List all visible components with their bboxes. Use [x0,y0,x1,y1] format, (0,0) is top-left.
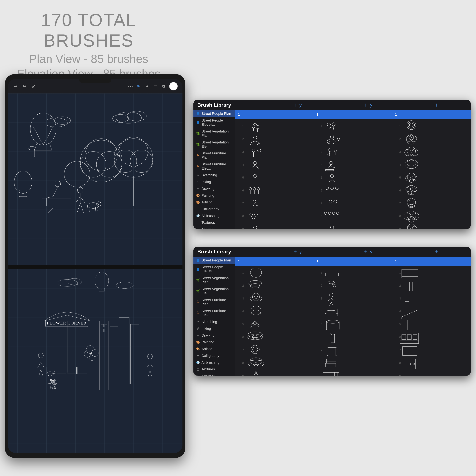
category-sketching[interactable]: ✏ Sketching [193,172,235,179]
category-b-street-people-elev[interactable]: 👤 Street People Elevati... [193,264,235,275]
category-b-drawing[interactable]: ✏ Drawing [193,332,235,339]
svg-point-222 [405,160,418,169]
svg-text:7: 7 [321,202,322,205]
add-button-3[interactable]: + [435,102,438,108]
cat-icon-b-air: 💨 [196,361,200,364]
svg-line-275 [255,321,258,324]
cat-label-b-veg-elev: Street Vegetation Ele... [202,287,233,295]
redo-icon[interactable]: ↪ [22,83,27,89]
svg-point-191 [324,212,327,215]
svg-point-242 [412,213,419,220]
category-textures[interactable]: ◫ Textures [193,219,235,226]
brush-column-1-top: 1 1 2 [235,110,314,229]
cat-icon-abs: ◈ [196,227,200,229]
add-button-2[interactable]: + [364,102,367,108]
add-button-1[interactable]: + [293,102,297,108]
brush-column-3-top: 1 1 2 [392,110,471,229]
category-b-furniture-plan[interactable]: 🪑 Street Furniture Plan... [193,297,235,307]
svg-text:6: 6 [242,189,244,192]
svg-point-99 [252,125,255,128]
category-drawing[interactable]: ✏ Drawing [193,185,235,192]
svg-text:6: 6 [399,189,401,192]
ipad-screen: ↩ ↪ ⤢ ••• ✏ ✦ ◻ ⧉ [8,79,183,453]
svg-point-153 [332,123,335,126]
cat-label-b-painting: Painting [202,340,233,344]
svg-point-180 [326,187,329,190]
ctrl-label-y-b2[interactable]: y [370,249,372,254]
category-calligraphy[interactable]: ✒ Calligraphy [193,206,235,212]
more-options-icon[interactable]: ••• [128,84,133,88]
color-picker[interactable] [169,82,178,90]
ctrl-label-y-1[interactable]: y [300,102,302,108]
cat-label-street-people-plan: Street People Plan [202,112,233,116]
category-furniture-plan[interactable]: 🪑 Street Furniture Plan... [193,150,235,161]
smudge-tool-icon[interactable]: ✦ [144,83,150,89]
transform-icon[interactable]: ⤢ [31,83,36,89]
category-painting[interactable]: 🎨 Painting [193,192,235,199]
brush-library-panel-top: Brush Library + y + y + 👤 [193,100,471,229]
svg-text:2: 2 [242,284,244,287]
cat-label-b-veg-plan: Street Vegetation Plan... [202,276,233,284]
svg-point-182 [335,187,338,190]
cat-icon-b-veg-elev: 🌿 [196,289,200,293]
svg-text:9: 9 [399,374,401,375]
add-button-b1[interactable]: + [293,248,297,255]
brush-col-header-3-top: 1 [392,110,471,119]
svg-point-257 [249,280,262,286]
cat-label-b-drawing: Drawing [202,333,233,338]
category-b-vegetation-plan[interactable]: 🌿 Street Vegetation Plan... [193,275,235,286]
svg-line-132 [254,205,257,206]
category-street-people-plan[interactable]: 👤 Street People Plan [193,110,235,117]
svg-text:7: 7 [399,348,401,352]
svg-text:4: 4 [321,310,322,313]
ipad-screen-bezel: ↩ ↪ ⤢ ••• ✏ ✦ ◻ ⧉ [8,79,183,453]
svg-rect-380 [413,335,417,340]
eraser-tool-icon[interactable]: ◻ [153,83,158,89]
category-b-airbrushing[interactable]: 💨 Airbrushing [193,359,235,366]
svg-point-246 [406,226,410,229]
svg-text:5: 5 [321,323,322,326]
category-b-furniture-elev[interactable]: 🪑 Street Furniture Elev... [193,307,235,319]
svg-text:3: 3 [321,297,322,300]
toolbar-center: ••• ✏ ✦ ◻ ⧉ [128,82,178,90]
category-b-inking[interactable]: 🖊 Inking [193,325,235,332]
category-artistic[interactable]: 🎨 Artistic [193,199,235,206]
category-b-abstract[interactable]: ◈ Abstract [193,373,235,375]
category-b-sketching[interactable]: ✏ Sketching [193,319,235,325]
svg-point-110 [252,149,255,152]
category-b-painting[interactable]: 🎨 Painting [193,339,235,346]
add-button-b2[interactable]: + [364,248,367,255]
category-airbrushing[interactable]: 💨 Airbrushing [193,212,235,219]
layers-icon[interactable]: ⧉ [161,83,167,89]
category-b-artistic[interactable]: 🎨 Artistic [193,346,235,352]
category-b-vegetation-elev[interactable]: 🌿 Street Vegetation Ele... [193,286,235,297]
category-furniture-elev[interactable]: 🪑 Street Furniture Elev... [193,161,235,172]
cat-label-sketching: Sketching [202,173,233,177]
category-b-textures[interactable]: ◫ Textures [193,366,235,373]
svg-point-247 [412,226,417,229]
category-abstract[interactable]: ◈ Abstract [193,226,235,229]
ctrl-label-y-2[interactable]: y [370,102,372,108]
category-vegetation-plan[interactable]: 🌿 Street Vegetation Plan... [193,128,235,139]
svg-line-107 [250,142,252,145]
category-vegetation-elev[interactable]: 🌿 Street Vegetation Ele... [193,139,235,150]
category-b-calligraphy[interactable]: ✒ Calligraphy [193,352,235,359]
brush-library-title-bottom: Brush Library [197,249,265,255]
category-street-people-elev[interactable]: 👤 Street People Elevati... [193,117,235,128]
category-b-street-people-plan[interactable]: 👤 Street People Plan [193,257,235,264]
svg-rect-373 [407,320,412,330]
category-inking[interactable]: 🖊 Inking [193,179,235,185]
svg-text:8: 8 [321,361,322,365]
svg-text:1: 1 [242,271,244,274]
undo-icon[interactable]: ↩ [13,83,18,89]
svg-line-177 [329,180,332,182]
ctrl-label-y-b1[interactable]: y [300,249,302,254]
svg-point-211 [409,123,413,127]
brush-col-header-2-bottom: 1 [314,257,392,266]
svg-point-193 [332,212,335,215]
brush-tool-icon[interactable]: ✏ [136,83,141,89]
cat-icon-b-calli: ✒ [196,354,200,358]
svg-point-130 [253,200,256,203]
add-button-b3[interactable]: + [435,248,438,255]
svg-point-119 [254,174,257,177]
